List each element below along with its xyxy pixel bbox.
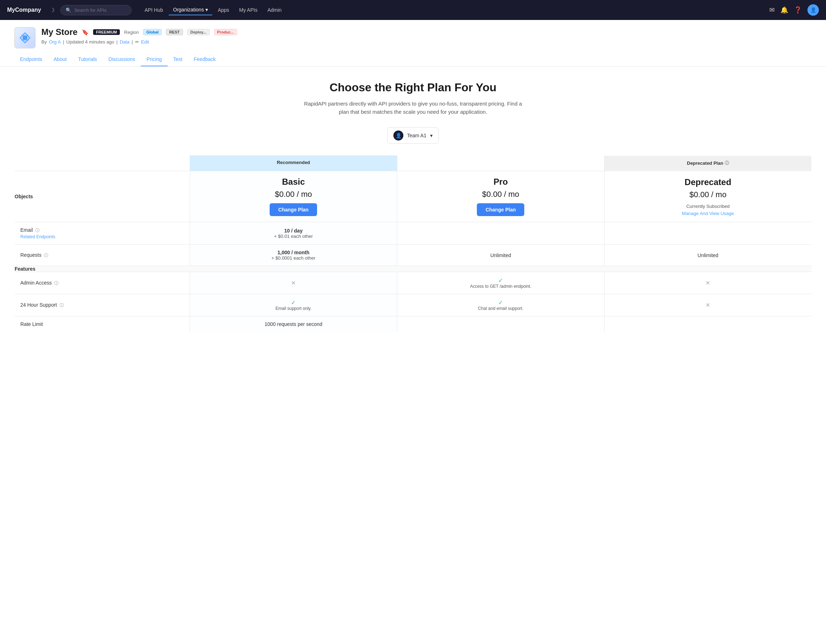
team-avatar-icon: 👤 — [393, 130, 404, 141]
email-info-icon: ⓘ — [35, 228, 40, 233]
pro-admin-text: Access to GET /admin endpoint. — [403, 284, 598, 289]
basic-plan-name: Basic — [196, 177, 391, 187]
basic-change-plan-button[interactable]: Change Plan — [270, 203, 317, 216]
pricing-table: Recommended Deprecated Plan ⓘ — [14, 155, 812, 332]
basic-rate-limit-cell: 1000 requests per second — [190, 316, 397, 332]
api-info: My Store 🔖 FREEMIUM Region Global REST D… — [14, 27, 812, 48]
col-basic-header: Recommended — [190, 155, 397, 171]
pro-plan-name: Pro — [403, 177, 598, 187]
api-logo — [14, 27, 36, 48]
bell-icon[interactable]: 🔔 — [780, 6, 788, 14]
api-tabs: Endpoints About Tutorials Discussions Pr… — [14, 53, 812, 66]
deprecated-plan-cell: Deprecated $0.00 / mo Currently Subscrib… — [604, 171, 811, 222]
pro-plan-price: $0.00 / mo — [403, 190, 598, 199]
updated-text: Updated 4 minutes ago — [66, 39, 114, 45]
tab-about[interactable]: About — [48, 53, 72, 66]
nav-organizations[interactable]: Organizations ▾ — [169, 5, 212, 16]
pro-support-cell: ✓ Chat and email support. — [397, 294, 604, 316]
api-header: My Store 🔖 FREEMIUM Region Global REST D… — [0, 20, 826, 67]
pricing-table-wrap: Recommended Deprecated Plan ⓘ — [14, 155, 812, 332]
basic-plan-cell: Basic $0.00 / mo Change Plan — [190, 171, 397, 222]
user-avatar[interactable]: 👤 — [807, 4, 819, 16]
rate-limit-label: Rate Limit — [20, 321, 43, 327]
chevron-down-icon: ▾ — [205, 7, 208, 12]
badge-rest: REST — [166, 29, 183, 35]
brand-logo: MyCompany — [7, 7, 41, 13]
team-selector-wrap: 👤 Team A1 ▾ — [14, 127, 812, 144]
basic-email-cell: 10 / day + $0.01 each other — [190, 222, 397, 245]
edit-link[interactable]: Edit — [141, 39, 149, 45]
nav-my-apis[interactable]: My APIs — [235, 5, 262, 15]
admin-access-row: ➜ Admin Access ⓘ ✕ ✓ Access to GET /admi… — [15, 272, 812, 294]
deprecated-support-cross-icon: ✕ — [705, 302, 710, 308]
tab-endpoints[interactable]: Endpoints — [14, 53, 48, 66]
separator1: | — [63, 39, 64, 45]
deprecated-plan-price: $0.00 / mo — [610, 190, 806, 199]
badge-global: Global — [143, 29, 161, 35]
basic-plan-price: $0.00 / mo — [196, 190, 391, 199]
basic-requests-cell: 1,000 / month + $0.0001 each other — [190, 245, 397, 266]
search-icon: 🔍 — [66, 8, 71, 13]
api-details: My Store 🔖 FREEMIUM Region Global REST D… — [41, 27, 812, 45]
admin-access-info-icon: ⓘ — [54, 281, 59, 286]
api-name: My Store — [41, 27, 78, 37]
search-input[interactable] — [74, 8, 126, 13]
nav-admin[interactable]: Admin — [263, 5, 286, 15]
email-row: Email ⓘ Related Endpoints 10 / day + $0.… — [15, 222, 812, 245]
api-meta: By Org A | Updated 4 minutes ago | Data … — [41, 39, 812, 45]
badge-freemium: FREEMIUM — [93, 29, 120, 35]
pro-support-check-icon: ✓ — [498, 299, 503, 306]
tab-feedback[interactable]: Feedback — [188, 53, 221, 66]
navbar-links: API Hub Organizations ▾ Apps My APIs Adm… — [140, 5, 286, 16]
bookmark-icon[interactable]: 🔖 — [82, 29, 89, 36]
basic-support-text: Email support only. — [196, 306, 391, 311]
objects-label: Objects — [15, 171, 190, 222]
help-icon[interactable]: ❓ — [794, 6, 802, 14]
nav-api-hub[interactable]: API Hub — [140, 5, 167, 15]
team-selector[interactable]: 👤 Team A1 ▾ — [387, 127, 438, 144]
deprecated-manage-link[interactable]: Manage And View Usage — [682, 211, 734, 216]
deprecated-support-cell: ✕ — [604, 294, 811, 316]
data-link[interactable]: Data — [120, 39, 129, 45]
pro-admin-cell: ✓ Access to GET /admin endpoint. — [397, 272, 604, 294]
requests-info-icon: ⓘ — [44, 253, 48, 258]
admin-access-label: Admin Access — [20, 280, 52, 286]
nav-apps[interactable]: Apps — [214, 5, 234, 15]
tab-pricing[interactable]: Pricing — [141, 53, 168, 66]
deprecated-requests-cell: Unlimited — [604, 245, 811, 266]
features-section-row: Features — [15, 266, 812, 272]
svg-rect-1 — [23, 36, 27, 40]
requests-label-cell: Requests ⓘ — [15, 245, 190, 266]
col-deprecated-header: Deprecated Plan ⓘ — [604, 155, 811, 171]
support-label-cell: 24 Hour Support ⓘ — [15, 294, 190, 316]
tab-tutorials[interactable]: Tutorials — [72, 53, 103, 66]
pro-email-cell — [397, 222, 604, 245]
objects-plan-row: Objects Basic $0.00 / mo Change Plan Pro — [15, 171, 812, 222]
basic-requests-value: 1,000 / month — [278, 250, 309, 255]
requests-label: Requests — [20, 252, 41, 258]
main-content: Choose the Right Plan For You RapidAPI p… — [0, 67, 826, 354]
nav-organizations-label: Organizations — [173, 7, 203, 12]
by-label: By — [41, 39, 47, 45]
search-bar[interactable]: 🔍 — [60, 5, 132, 16]
pro-change-plan-button[interactable]: Change Plan — [477, 203, 524, 216]
org-link[interactable]: Org A — [49, 39, 61, 45]
email-label: Email — [20, 227, 33, 233]
pro-plan-cell: Pro $0.00 / mo Change Plan — [397, 171, 604, 222]
team-dropdown-icon: ▾ — [430, 133, 433, 138]
badge-deploy: Deploy... — [187, 29, 210, 35]
pro-admin-check-icon: ✓ — [498, 278, 503, 284]
tab-discussions[interactable]: Discussions — [103, 53, 141, 66]
deprecated-rate-limit-cell — [604, 316, 811, 332]
email-related-endpoints[interactable]: Related Endpoints — [20, 234, 184, 239]
mail-icon[interactable]: ✉ — [769, 6, 775, 14]
pro-requests-cell: Unlimited — [397, 245, 604, 266]
deprecated-header-label: Deprecated Plan ⓘ — [610, 160, 806, 166]
separator3: | — [132, 39, 133, 45]
pricing-subtitle: RapidAPI partners directly with API prov… — [299, 100, 527, 116]
rate-limit-row: Rate Limit 1000 requests per second — [15, 316, 812, 332]
tab-test[interactable]: Test — [168, 53, 188, 66]
theme-toggle-icon[interactable]: ☽ — [50, 7, 54, 14]
basic-email-value: 10 / day — [284, 228, 303, 234]
support-info-icon: ⓘ — [59, 303, 64, 308]
